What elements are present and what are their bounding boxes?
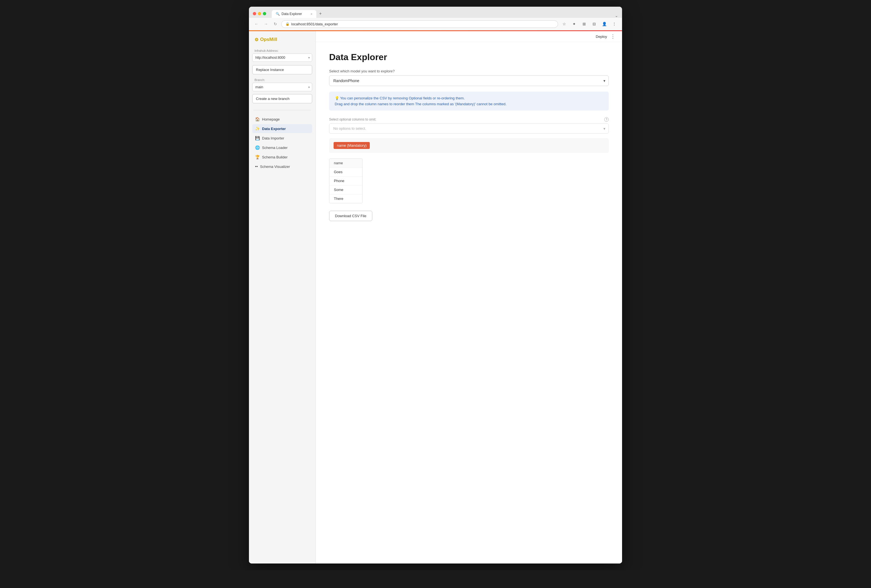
extension2-button[interactable]: ⊞ <box>580 20 588 28</box>
main-header: Deploy ⋮ <box>316 31 622 42</box>
extension-button[interactable]: ✦ <box>570 20 578 28</box>
sidebar-item-data-importer[interactable]: 💾Data Importer <box>252 134 312 142</box>
nav-items: 🏠Homepage✨Data Exporter💾Data Importer🌐Sc… <box>252 115 312 172</box>
table-row: name <box>329 159 362 168</box>
maximize-traffic-light[interactable] <box>263 12 266 15</box>
sidebar: ⚙ OpsMill Infrahub Address: http://local… <box>249 31 316 564</box>
branch-label: Branch: <box>252 78 312 82</box>
active-tab[interactable]: 🔍 Data Explorer × <box>272 10 316 18</box>
close-traffic-light[interactable] <box>253 12 256 15</box>
model-select[interactable]: RandomPhone <box>329 75 609 86</box>
table-row: Goes <box>329 168 362 177</box>
infrahub-label: Infrahub Address: <box>252 49 312 52</box>
replace-instance-button[interactable]: Replace Instance <box>252 65 312 74</box>
nav-icon: •• <box>255 164 258 169</box>
new-branch-button[interactable]: Create a new branch <box>252 94 312 103</box>
sidebar-item-homepage[interactable]: 🏠Homepage <box>252 115 312 124</box>
info-line-2: Drag and drop the column names to reorde… <box>335 102 603 106</box>
profile-button[interactable]: 👤 <box>600 20 608 28</box>
back-button[interactable]: ← <box>253 20 260 28</box>
optional-section: Select optional columns to omit: ? No op… <box>329 117 609 134</box>
nav-icon: 🏆 <box>255 155 260 159</box>
deploy-button[interactable]: Deploy <box>596 34 607 39</box>
extensions3-button[interactable]: ⊟ <box>590 20 598 28</box>
infrahub-select[interactable]: http://localhost:8000 <box>252 54 312 62</box>
nav-label: Schema Visualizer <box>260 165 290 169</box>
header-more-button[interactable]: ⋮ <box>611 34 615 39</box>
nav-icon: 💾 <box>255 136 260 140</box>
sidebar-item-schema-loader[interactable]: 🌐Schema Loader <box>252 143 312 152</box>
nav-icon: ✨ <box>255 126 260 131</box>
page-title: Data Explorer <box>329 52 609 62</box>
app-layout: ⚙ OpsMill Infrahub Address: http://local… <box>249 31 622 564</box>
mandatory-section: name (Mandatory) <box>329 138 609 153</box>
reload-button[interactable]: ↻ <box>272 20 279 28</box>
info-line-1: 💡 You can personalize the CSV by removin… <box>335 96 603 100</box>
data-table: nameGoesPhoneSomeThere <box>329 159 362 203</box>
branch-select-wrapper: main ▾ <box>252 83 312 91</box>
minimize-traffic-light[interactable] <box>258 12 261 15</box>
optional-select-wrapper: No options to select. ▾ <box>329 123 609 134</box>
infrahub-select-wrapper: http://localhost:8000 ▾ <box>252 54 312 62</box>
info-text-2: Drag and drop the column names to reorde… <box>335 102 506 106</box>
sidebar-logo: ⚙ OpsMill <box>252 36 312 43</box>
table-row: There <box>329 195 362 203</box>
sidebar-item-data-exporter[interactable]: ✨Data Exporter <box>252 124 312 133</box>
nav-label: Schema Builder <box>262 155 287 159</box>
tab-bar: 🔍 Data Explorer × + ⌄ <box>272 9 618 18</box>
optional-select[interactable]: No options to select. <box>329 123 609 134</box>
model-select-wrapper: RandomPhone ▾ <box>329 75 609 86</box>
address-bar[interactable]: 🔒 localhost:8501/data_exporter <box>281 20 558 28</box>
address-text: localhost:8501/data_exporter <box>291 22 554 26</box>
info-box: 💡 You can personalize the CSV by removin… <box>329 91 609 111</box>
main-content: Deploy ⋮ Data Explorer Select which mode… <box>316 31 622 564</box>
info-icon: 💡 You can personalize the CSV by removin… <box>335 96 465 100</box>
nav-label: Schema Loader <box>262 146 287 150</box>
tab-icon: 🔍 <box>276 12 280 16</box>
sidebar-item-schema-visualizer[interactable]: ••Schema Visualizer <box>252 162 312 171</box>
new-tab-button[interactable]: + <box>316 9 325 18</box>
nav-icon: 🏠 <box>255 117 260 121</box>
download-csv-button[interactable]: Download CSV File <box>329 211 372 221</box>
logo-icon: ⚙ <box>254 37 258 42</box>
menu-button[interactable]: ⋮ <box>611 20 618 28</box>
nav-label: Data Exporter <box>262 127 286 131</box>
table-row: Phone <box>329 177 362 186</box>
toolbar-right: ☆ ✦ ⊞ ⊟ 👤 ⋮ <box>560 20 618 28</box>
sidebar-item-schema-builder[interactable]: 🏆Schema Builder <box>252 153 312 162</box>
nav-icon: 🌐 <box>255 145 260 150</box>
help-icon[interactable]: ? <box>604 117 609 122</box>
tab-close-button[interactable]: × <box>311 12 313 16</box>
nav-label: Homepage <box>262 117 280 121</box>
tab-title: Data Explorer <box>281 12 302 16</box>
content-area: Data Explorer Select which model you wan… <box>316 42 622 564</box>
logo-text: OpsMill <box>260 37 277 42</box>
traffic-lights <box>253 12 266 15</box>
bookmark-button[interactable]: ☆ <box>560 20 568 28</box>
optional-label-text: Select optional columns to omit: <box>329 118 376 121</box>
sidebar-divider <box>253 110 311 110</box>
optional-label: Select optional columns to omit: ? <box>329 117 609 122</box>
browser-toolbar: ← → ↻ 🔒 localhost:8501/data_exporter ☆ ✦… <box>249 18 622 30</box>
table-row: Some <box>329 186 362 195</box>
model-select-label: Select which model you want to explore? <box>329 69 609 73</box>
tab-end-button[interactable]: ⌄ <box>615 13 618 18</box>
mandatory-badge: name (Mandatory) <box>334 142 370 149</box>
branch-select[interactable]: main <box>252 83 312 91</box>
nav-label: Data Importer <box>262 136 284 140</box>
forward-button[interactable]: → <box>262 20 269 28</box>
